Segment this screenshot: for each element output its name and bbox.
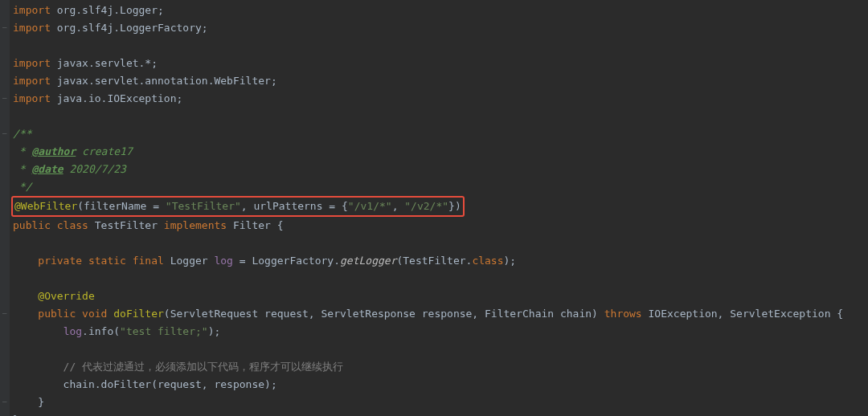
keyword: public class	[13, 219, 95, 231]
fold-icon[interactable]: —	[2, 398, 9, 405]
code-line[interactable]: chain.doFilter(request, response);	[10, 376, 868, 394]
exception-types: IOException, ServletException {	[649, 308, 844, 320]
annotation-override: @Override	[13, 290, 95, 302]
code-line[interactable]: public class TestFilter implements Filte…	[10, 217, 868, 235]
package-ref: org.slf4j.Logger;	[51, 4, 164, 16]
fold-icon[interactable]: —	[2, 310, 9, 316]
anno-args: })	[448, 200, 461, 212]
field-name: log	[214, 255, 232, 267]
keyword: private static final	[13, 255, 170, 267]
string-literal: "TestFilter"	[166, 200, 241, 212]
keyword-import: import	[13, 4, 51, 16]
code-line[interactable]	[10, 37, 868, 55]
doc-tag-author: @author	[31, 145, 76, 157]
keyword-import: import	[13, 75, 51, 87]
doc-comment: /**	[13, 128, 31, 140]
code-line[interactable]	[10, 341, 868, 358]
brace: }	[13, 396, 44, 408]
code-line[interactable]: —/**	[10, 125, 868, 143]
expr: );	[504, 255, 517, 267]
code-line[interactable]	[10, 270, 868, 288]
code-line[interactable]: */	[10, 178, 868, 196]
indent	[13, 325, 63, 337]
method-call: .info(	[82, 325, 120, 337]
doc-comment: *	[13, 145, 31, 157]
statement: chain.doFilter(request, response);	[13, 378, 277, 390]
code-line[interactable]: * @author create17	[10, 143, 868, 161]
code-line[interactable]: import javax.servlet.annotation.WebFilte…	[10, 72, 868, 90]
string-literal: "test filter;"	[120, 325, 208, 337]
keyword: implements	[164, 219, 233, 231]
package-ref: org.slf4j.LoggerFactory;	[51, 22, 208, 34]
code-line[interactable]: log.info("test filter;");	[10, 323, 868, 341]
expr: );	[208, 325, 221, 337]
anno-args: , urlPatterns = {	[241, 200, 348, 212]
keyword: class	[472, 255, 503, 267]
code-line[interactable]: — public void doFilter(ServletRequest re…	[10, 305, 868, 323]
code-editor[interactable]: import org.slf4j.Logger; —import org.slf…	[0, 0, 868, 416]
code-line[interactable]: import org.slf4j.Logger;	[10, 2, 868, 19]
fold-icon[interactable]: —	[2, 24, 9, 31]
highlight-annotation-box: @WebFilter(filterName = "TestFilter", ur…	[11, 196, 465, 217]
package-ref: javax.servlet.*;	[51, 57, 158, 69]
keyword-import: import	[13, 57, 51, 69]
code-line[interactable]	[10, 235, 868, 252]
code-line[interactable]: @WebFilter(filterName = "TestFilter", ur…	[10, 196, 868, 217]
code-line[interactable]: private static final Logger log = Logger…	[10, 252, 868, 270]
line-comment: // 代表过滤通过，必须添加以下代码，程序才可以继续执行	[13, 361, 343, 373]
string-literal: "/v1/*"	[348, 200, 392, 212]
keyword: public void	[13, 308, 113, 320]
doc-comment: */	[13, 181, 31, 193]
fold-icon[interactable]: —	[2, 95, 9, 101]
fold-icon[interactable]: —	[2, 130, 9, 137]
doc-comment: 2020/7/23	[63, 163, 126, 175]
code-line[interactable]: // 代表过滤通过，必须添加以下代码，程序才可以继续执行	[10, 358, 868, 376]
class-name: TestFilter	[95, 219, 164, 231]
code-line[interactable]: import javax.servlet.*;	[10, 55, 868, 72]
static-method: getLogger	[340, 255, 396, 267]
annotation-webfilter: @WebFilter	[14, 200, 77, 212]
package-ref: java.io.IOException;	[51, 92, 182, 104]
method-name: doFilter	[113, 308, 164, 320]
expr: = LoggerFactory.	[233, 255, 340, 267]
code-line[interactable]: }	[10, 411, 868, 416]
keyword: throws	[604, 308, 649, 320]
keyword-import: import	[13, 92, 51, 104]
type-name: Logger	[170, 255, 215, 267]
code-line[interactable]: —import java.io.IOException;	[10, 90, 868, 108]
anno-args: (filterName =	[77, 200, 166, 212]
code-line[interactable]: — }	[10, 394, 868, 411]
package-ref: javax.servlet.annotation.WebFilter;	[51, 75, 277, 87]
code-line[interactable]: —import org.slf4j.LoggerFactory;	[10, 19, 868, 37]
doc-tag-date: @date	[31, 163, 63, 175]
string-literal: "/v2/*"	[404, 200, 448, 212]
interface-name: Filter {	[233, 219, 284, 231]
anno-args: ,	[392, 200, 405, 212]
doc-comment: *	[13, 163, 31, 175]
doc-comment: create17	[76, 145, 132, 157]
keyword-import: import	[13, 22, 51, 34]
code-line[interactable]: @Override	[10, 288, 868, 305]
params: (ServletRequest request, ServletResponse…	[164, 308, 604, 320]
code-line[interactable]	[10, 108, 868, 125]
expr: (TestFilter.	[396, 255, 472, 267]
code-line[interactable]: * @date 2020/7/23	[10, 161, 868, 178]
field-ref: log	[63, 325, 82, 337]
